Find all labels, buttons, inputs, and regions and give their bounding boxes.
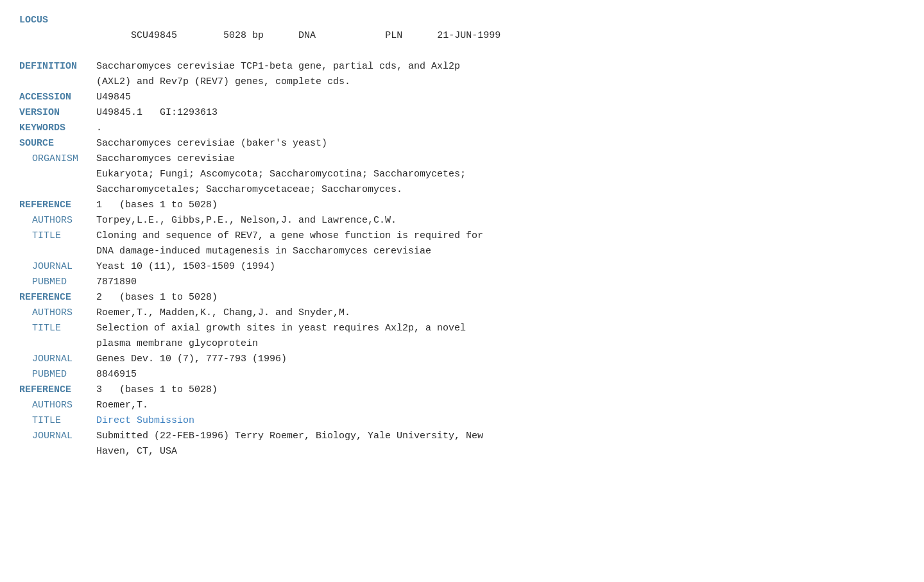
authors2-row: AUTHORS Roemer,T., Madden,K., Chang,J. a…: [19, 305, 905, 321]
version-label: VERSION: [19, 105, 96, 121]
title1-value: Cloning and sequence of REV7, a gene who…: [96, 228, 905, 259]
title1-label: TITLE: [19, 228, 96, 259]
journal1-row: JOURNAL Yeast 10 (11), 1503-1509 (1994): [19, 259, 905, 275]
source-row: SOURCE Saccharomyces cerevisiae (baker's…: [19, 136, 905, 151]
title1-row: TITLE Cloning and sequence of REV7, a ge…: [19, 228, 905, 259]
keywords-label: KEYWORDS: [19, 121, 96, 136]
source-value: Saccharomyces cerevisiae (baker's yeast): [96, 136, 905, 151]
title2-line2: plasma membrane glycoprotein: [96, 336, 905, 352]
authors1-row: AUTHORS Torpey,L.E., Gibbs,P.E., Nelson,…: [19, 213, 905, 228]
locus-value: SCU49845 5028 bp DNA PLN 21-JUN-1999: [96, 13, 905, 59]
reference1-label: REFERENCE: [19, 198, 96, 213]
pubmed1-label: PUBMED: [19, 275, 96, 290]
definition-line2: (AXL2) and Rev7p (REV7) genes, complete …: [96, 74, 905, 90]
journal1-value: Yeast 10 (11), 1503-1509 (1994): [96, 259, 905, 275]
reference3-value: 3 (bases 1 to 5028): [96, 382, 905, 398]
pubmed2-row: PUBMED 8846915: [19, 367, 905, 382]
journal2-label: JOURNAL: [19, 352, 96, 367]
journal2-row: JOURNAL Genes Dev. 10 (7), 777-793 (1996…: [19, 352, 905, 367]
version-value: U49845.1 GI:1293613: [96, 105, 905, 121]
definition-value: Saccharomyces cerevisiae TCP1-beta gene,…: [96, 59, 905, 90]
reference1-row: REFERENCE 1 (bases 1 to 5028): [19, 198, 905, 213]
title2-label: TITLE: [19, 321, 96, 352]
journal3-row: JOURNAL Submitted (22-FEB-1996) Terry Ro…: [19, 429, 905, 459]
title3-label: TITLE: [19, 413, 96, 429]
authors3-value: Roemer,T.: [96, 398, 905, 413]
locus-type: DNA: [298, 30, 316, 41]
title2-value: Selection of axial growth sites in yeast…: [96, 321, 905, 352]
journal3-line1: Submitted (22-FEB-1996) Terry Roemer, Bi…: [96, 429, 905, 444]
reference2-value: 2 (bases 1 to 5028): [96, 290, 905, 305]
definition-line1: Saccharomyces cerevisiae TCP1-beta gene,…: [96, 59, 905, 74]
definition-row: DEFINITION Saccharomyces cerevisiae TCP1…: [19, 59, 905, 90]
reference2-label: REFERENCE: [19, 290, 96, 305]
source-label: SOURCE: [19, 136, 96, 151]
organism-line3: Saccharomycetales; Saccharomycetaceae; S…: [96, 182, 905, 198]
organism-line2: Eukaryota; Fungi; Ascomycota; Saccharomy…: [96, 167, 905, 182]
title2-line1: Selection of axial growth sites in yeast…: [96, 321, 905, 336]
keywords-value: .: [96, 121, 905, 136]
accession-label: ACCESSION: [19, 90, 96, 105]
organism-label: ORGANISM: [19, 151, 96, 198]
reference3-label: REFERENCE: [19, 382, 96, 398]
locus-accession: SCU49845: [131, 30, 177, 41]
pubmed1-row: PUBMED 7871890: [19, 275, 905, 290]
accession-row: ACCESSION U49845: [19, 90, 905, 105]
organism-line1: Saccharomyces cerevisiae: [96, 151, 905, 167]
organism-row: ORGANISM Saccharomyces cerevisiae Eukary…: [19, 151, 905, 198]
genbank-record: LOCUS SCU49845 5028 bp DNA PLN 21-JUN-19…: [19, 13, 905, 459]
locus-label: LOCUS: [19, 13, 96, 59]
version-row: VERSION U49845.1 GI:1293613: [19, 105, 905, 121]
journal2-value: Genes Dev. 10 (7), 777-793 (1996): [96, 352, 905, 367]
accession-value: U49845: [96, 90, 905, 105]
journal3-value: Submitted (22-FEB-1996) Terry Roemer, Bi…: [96, 429, 905, 459]
authors2-label: AUTHORS: [19, 305, 96, 321]
title3-value[interactable]: Direct Submission: [96, 413, 905, 429]
locus-division: PLN: [385, 30, 402, 41]
reference1-value: 1 (bases 1 to 5028): [96, 198, 905, 213]
locus-date: 21-JUN-1999: [437, 30, 501, 41]
locus-size: 5028 bp: [223, 30, 264, 41]
journal1-label: JOURNAL: [19, 259, 96, 275]
reference2-row: REFERENCE 2 (bases 1 to 5028): [19, 290, 905, 305]
journal3-label: JOURNAL: [19, 429, 96, 459]
title1-line1: Cloning and sequence of REV7, a gene who…: [96, 228, 905, 244]
organism-value: Saccharomyces cerevisiae Eukaryota; Fung…: [96, 151, 905, 198]
journal3-line2: Haven, CT, USA: [96, 444, 905, 459]
authors3-label: AUTHORS: [19, 398, 96, 413]
reference3-row: REFERENCE 3 (bases 1 to 5028): [19, 382, 905, 398]
keywords-row: KEYWORDS .: [19, 121, 905, 136]
pubmed2-label: PUBMED: [19, 367, 96, 382]
authors1-label: AUTHORS: [19, 213, 96, 228]
title1-line2: DNA damage-induced mutagenesis in Saccha…: [96, 244, 905, 259]
authors3-row: AUTHORS Roemer,T.: [19, 398, 905, 413]
pubmed1-value: 7871890: [96, 275, 905, 290]
locus-row: LOCUS SCU49845 5028 bp DNA PLN 21-JUN-19…: [19, 13, 905, 59]
title2-row: TITLE Selection of axial growth sites in…: [19, 321, 905, 352]
authors2-value: Roemer,T., Madden,K., Chang,J. and Snyde…: [96, 305, 905, 321]
pubmed2-value: 8846915: [96, 367, 905, 382]
definition-label: DEFINITION: [19, 59, 96, 90]
title3-row: TITLE Direct Submission: [19, 413, 905, 429]
authors1-value: Torpey,L.E., Gibbs,P.E., Nelson,J. and L…: [96, 213, 905, 228]
